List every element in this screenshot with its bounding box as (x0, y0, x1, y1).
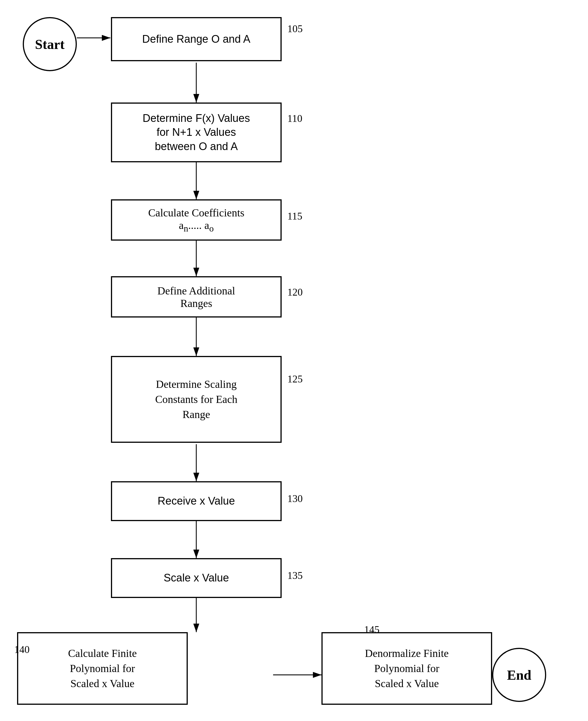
step-135-box: Scale x Value (111, 558, 281, 598)
step-105-number: 105 (287, 23, 303, 35)
start-node: Start (23, 17, 77, 71)
step-125-box: Determine ScalingConstants for EachRange (111, 356, 281, 443)
step-125-number: 125 (287, 373, 303, 385)
step-110-box: Determine F(x) Values for N+1 x Values b… (111, 102, 281, 162)
flowchart: Start Define Range O and A 105 Determine… (0, 0, 588, 721)
step-120-text-line1: Define Additional (157, 284, 235, 297)
step-120-box: Define Additional Ranges (111, 276, 281, 318)
step-130-box: Receive x Value (111, 481, 281, 521)
arrows-svg (0, 0, 588, 721)
step-140-number: 140 (14, 644, 29, 656)
step-125-text: Determine ScalingConstants for EachRange (155, 377, 237, 422)
step-120-text-line2: Ranges (180, 297, 212, 309)
step-105-box: Define Range O and A (111, 17, 281, 61)
step-115-box: Calculate Coefficients an..... ao (111, 199, 281, 241)
step-105-text: Define Range O and A (142, 32, 250, 46)
end-node: End (492, 648, 546, 702)
step-120-number: 120 (287, 286, 303, 298)
step-145-number: 145 (364, 624, 379, 636)
step-130-number: 130 (287, 493, 303, 505)
step-140-box: Calculate FinitePolynomial forScaled x V… (17, 632, 188, 705)
step-135-number: 135 (287, 569, 303, 581)
end-label: End (507, 667, 531, 683)
step-115-text-line1: Calculate Coefficients (148, 206, 244, 219)
step-115-number: 115 (287, 210, 302, 222)
step-130-text: Receive x Value (158, 494, 235, 508)
step-145-text: Denormalize FinitePolynomial forScaled x… (365, 646, 448, 692)
start-label: Start (35, 37, 65, 52)
step-115-text-line2: an..... ao (179, 219, 214, 234)
step-110-text: Determine F(x) Values for N+1 x Values b… (143, 111, 250, 154)
step-135-text: Scale x Value (164, 571, 229, 585)
step-145-box: Denormalize FinitePolynomial forScaled x… (321, 632, 492, 705)
step-110-number: 110 (287, 113, 302, 124)
step-140-text: Calculate FinitePolynomial forScaled x V… (68, 646, 137, 692)
